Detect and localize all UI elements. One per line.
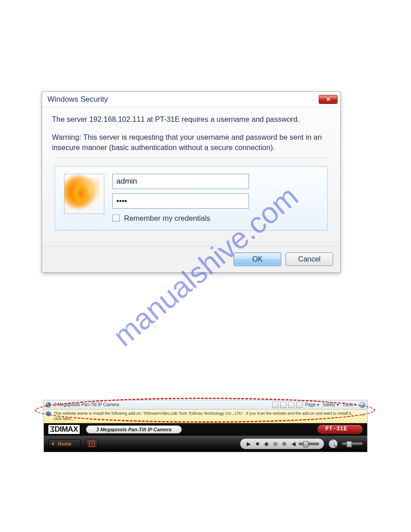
browser-tab-title[interactable]: 3 Megapixels Pan-Tilt IP Camera <box>54 402 119 407</box>
user-avatar-icon <box>64 174 104 214</box>
remember-label: Remember my credentials <box>124 213 210 223</box>
brand-logo: ΣDIMAX <box>48 425 80 434</box>
fullscreen-icon <box>89 441 95 447</box>
magnify-icon[interactable]: 🔍 <box>329 439 338 448</box>
home-icon[interactable] <box>272 402 278 408</box>
username-field[interactable] <box>112 174 249 189</box>
dialog-body: The server 192.168.102.111 at PT-31E req… <box>42 107 340 235</box>
browser-window: 3 Megapixels Pan-Tilt IP Camera Page ▾ S… <box>43 400 368 452</box>
zoom-in-icon[interactable]: ⊕ <box>281 440 288 447</box>
stop-icon[interactable]: ■ <box>254 440 261 447</box>
dialog-footer: OK Cancel <box>42 246 340 272</box>
play-icon[interactable]: ▶ <box>245 440 252 447</box>
mail-icon[interactable] <box>288 402 295 408</box>
cancel-button[interactable]: Cancel <box>286 253 333 266</box>
zoom-slider[interactable] <box>342 442 363 445</box>
infobar-close-icon[interactable]: × <box>362 412 364 418</box>
ie-favicon-icon <box>46 402 51 408</box>
camera-header: ΣDIMAX 3 Megapixels Pan-Tilt IP Camera P… <box>44 423 367 436</box>
camera-title: 3 Megapixels Pan-Tilt IP Camera <box>86 425 182 433</box>
ok-button[interactable]: OK <box>234 253 281 266</box>
remember-checkbox[interactable] <box>112 215 120 222</box>
dialog-message-1: The server 192.168.102.111 at PT-31E req… <box>52 114 330 124</box>
browser-tab-row: 3 Megapixels Pan-Tilt IP Camera Page ▾ S… <box>44 400 367 409</box>
volume-icon[interactable]: ◀ <box>290 440 297 447</box>
addon-infobar[interactable]: This website wants to install the follow… <box>44 409 367 423</box>
print-icon[interactable] <box>296 402 303 408</box>
divider <box>52 158 330 158</box>
camera-toolbar: Home ▶ ■ ◉ ⊖ ⊕ ◀ 🔍 <box>44 436 367 452</box>
page-menu[interactable]: Page ▾ <box>304 402 320 407</box>
tools-menu[interactable]: Tools ▾ <box>342 402 357 407</box>
dialog-message-2: Warning: This server is requesting that … <box>52 132 330 152</box>
playback-controls: ▶ ■ ◉ ⊖ ⊕ ◀ <box>240 438 324 449</box>
home-button[interactable]: Home <box>48 439 81 448</box>
password-field[interactable] <box>112 193 249 209</box>
sigma-icon: Σ <box>50 425 55 434</box>
close-button[interactable]: ✕ <box>319 95 338 104</box>
credential-fields: Remember my credentials <box>112 174 318 223</box>
snapshot-icon[interactable]: ◉ <box>263 440 270 447</box>
browser-toolbar: Page ▾ Safety ▾ Tools ▾ ? <box>272 402 365 408</box>
model-badge: PT-31E <box>317 425 363 434</box>
infobar-text: This website wants to install the follow… <box>54 411 352 421</box>
help-icon[interactable]: ? <box>359 402 365 408</box>
shield-icon <box>46 411 51 416</box>
fullscreen-button[interactable] <box>86 439 98 449</box>
windows-security-dialog: Windows Security ✕ The server 192.168.10… <box>42 91 341 273</box>
feeds-icon[interactable] <box>280 402 287 408</box>
zoom-out-icon[interactable]: ⊖ <box>272 440 279 447</box>
remember-row: Remember my credentials <box>112 213 318 223</box>
dialog-titlebar: Windows Security ✕ <box>42 92 340 107</box>
dialog-title: Windows Security <box>47 95 108 104</box>
volume-slider[interactable] <box>299 442 319 445</box>
credentials-box: Remember my credentials <box>55 166 328 231</box>
safety-menu[interactable]: Safety ▾ <box>322 402 340 407</box>
